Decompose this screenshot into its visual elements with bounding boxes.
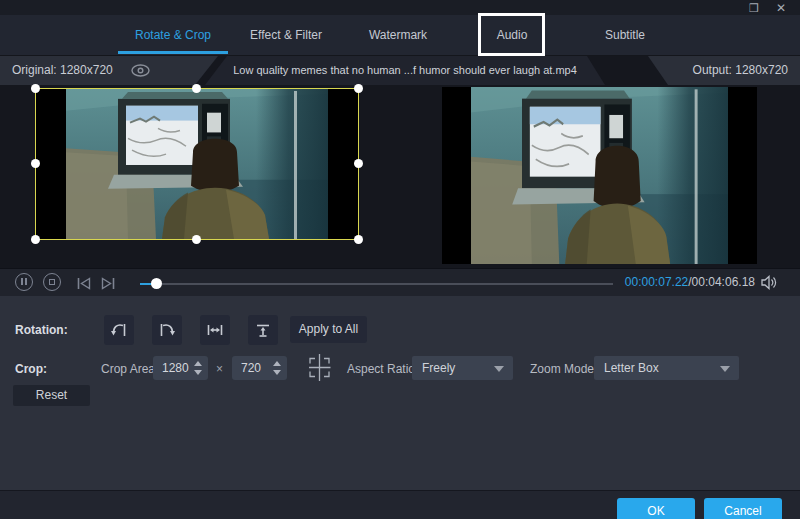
stop-icon <box>49 279 55 285</box>
zoom-mode-dropdown[interactable]: Letter Box <box>594 356 739 380</box>
crop-position-icon[interactable] <box>306 354 333 381</box>
preview-stage <box>0 85 800 268</box>
eye-preview-icon[interactable] <box>130 63 151 78</box>
original-resolution-block: Original: 1280x720 <box>0 56 218 85</box>
output-resolution-block: Output: 1280x720 <box>648 56 800 85</box>
crop-height-spinner <box>232 356 287 380</box>
filename-block: Low quality memes that no human ...f hum… <box>205 56 605 85</box>
crop-height-spin-up[interactable] <box>273 361 281 366</box>
crop-handle-top-right[interactable] <box>354 84 363 93</box>
aspect-ratio-value: Freely <box>422 356 455 380</box>
preview-header-strip: Original: 1280x720 Low quality memes tha… <box>0 56 800 85</box>
chevron-down-icon <box>720 366 730 372</box>
tab-effect-filter[interactable]: Effect & Filter <box>238 15 334 55</box>
tab-subtitle[interactable]: Subtitle <box>596 15 654 55</box>
seek-thumb[interactable] <box>151 278 162 289</box>
rotation-label: Rotation: <box>15 323 68 337</box>
cancel-button[interactable]: Cancel <box>704 498 782 519</box>
chevron-down-icon <box>494 366 504 372</box>
tab-bar: Rotate & Crop Effect & Filter Watermark … <box>0 15 800 56</box>
zoom-mode-value: Letter Box <box>604 356 659 380</box>
original-resolution-label: Original: 1280x720 <box>12 56 113 84</box>
video-editor-window: ❒ ✕ Rotate & Crop Effect & Filter Waterm… <box>0 0 800 519</box>
seek-track[interactable] <box>140 283 613 285</box>
crop-handle-middle-right[interactable] <box>354 159 363 168</box>
crop-handle-top-center[interactable] <box>192 84 201 93</box>
maximize-icon[interactable]: ❒ <box>746 1 762 15</box>
transport-bar: 00:00:07.22/00:04:06.18 <box>0 268 800 296</box>
stop-button[interactable] <box>43 273 61 291</box>
flip-horizontal-button[interactable] <box>200 315 230 345</box>
apply-to-all-button[interactable]: Apply to All <box>290 316 367 343</box>
original-video-preview <box>66 89 328 239</box>
tab-audio[interactable]: Audio <box>484 15 540 55</box>
aspect-ratio-label: Aspect Ratio: <box>347 362 418 376</box>
output-scene-wrap <box>471 87 728 264</box>
previous-frame-button[interactable] <box>76 276 92 289</box>
crop-label: Crop: <box>15 362 47 376</box>
footer-bar: OK Cancel <box>0 490 800 519</box>
seek-slider[interactable] <box>140 278 613 290</box>
total-time: 00:04:06.18 <box>692 275 755 289</box>
rotate-left-icon <box>110 321 128 339</box>
rotate-left-button[interactable] <box>104 315 134 345</box>
reset-button[interactable]: Reset <box>13 385 90 406</box>
crop-area-label: Crop Area: <box>101 362 158 376</box>
crop-width-input[interactable] <box>153 356 191 380</box>
rotate-right-icon <box>158 321 176 339</box>
flip-vertical-icon <box>254 321 272 339</box>
multiply-sign: × <box>216 362 223 376</box>
crop-height-input[interactable] <box>232 356 270 380</box>
current-time: 00:00:07.22 <box>625 275 688 289</box>
video-scene <box>471 87 728 264</box>
timecode: 00:00:07.22/00:04:06.18 <box>610 269 755 296</box>
crop-handle-middle-left[interactable] <box>31 159 40 168</box>
video-filename: Low quality memes that no human ...f hum… <box>205 56 605 84</box>
close-icon[interactable]: ✕ <box>773 1 789 15</box>
crop-frame[interactable] <box>35 88 359 240</box>
crop-handle-top-left[interactable] <box>31 84 40 93</box>
crop-height-spin-down[interactable] <box>273 370 281 375</box>
volume-icon[interactable] <box>760 275 778 290</box>
video-scene <box>66 89 328 239</box>
crop-width-spin-down[interactable] <box>194 370 202 375</box>
ok-button[interactable]: OK <box>617 498 695 519</box>
output-resolution-label: Output: 1280x720 <box>693 56 788 84</box>
rotate-right-button[interactable] <box>152 315 182 345</box>
next-frame-button[interactable] <box>100 276 116 289</box>
output-video-preview <box>442 87 757 264</box>
active-tab-underline <box>118 51 228 54</box>
crop-width-spinner <box>153 356 208 380</box>
pause-icon <box>21 278 27 285</box>
crop-width-spin-up[interactable] <box>194 361 202 366</box>
tab-watermark[interactable]: Watermark <box>356 15 440 55</box>
crop-handle-bottom-right[interactable] <box>354 235 363 244</box>
tab-rotate-crop[interactable]: Rotate & Crop <box>118 15 228 55</box>
zoom-mode-label: Zoom Mode: <box>530 362 597 376</box>
pause-button[interactable] <box>15 273 33 291</box>
crop-handle-bottom-center[interactable] <box>192 235 201 244</box>
flip-horizontal-icon <box>206 321 224 339</box>
titlebar: ❒ ✕ <box>0 0 800 15</box>
flip-vertical-button[interactable] <box>248 315 278 345</box>
crop-handle-bottom-left[interactable] <box>31 235 40 244</box>
aspect-ratio-dropdown[interactable]: Freely <box>412 356 513 380</box>
controls-panel: Rotation: <box>0 296 800 490</box>
